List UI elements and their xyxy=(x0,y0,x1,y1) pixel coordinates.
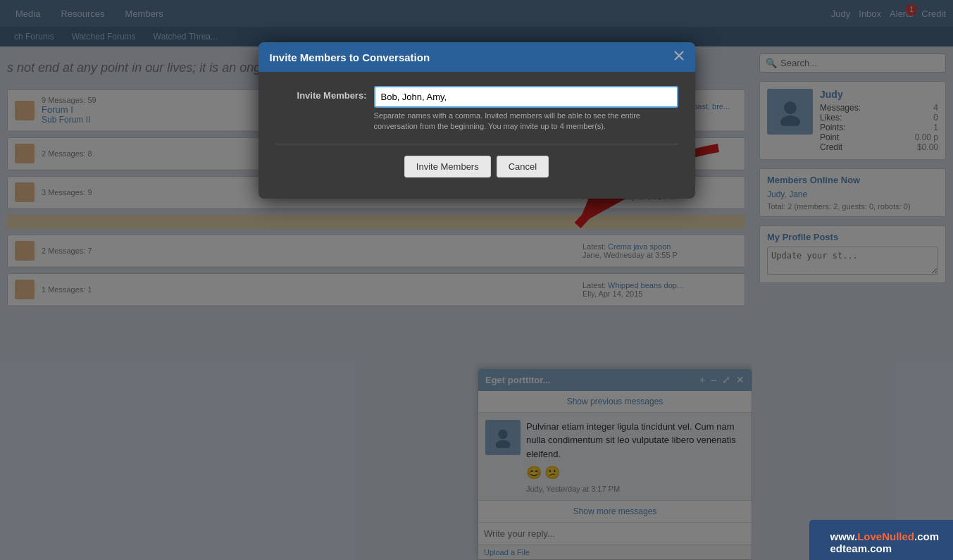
invite-control-wrap: Separate names with a comma. Invited mem… xyxy=(374,86,678,132)
modal-footer: Invite Members Cancel xyxy=(275,156,678,185)
watermark: www.LoveNulled.com edteam.com xyxy=(809,520,954,560)
invite-members-row: Invite Members: Separate names with a co… xyxy=(275,86,678,132)
watermark-line1: www.LoveNulled.com xyxy=(830,530,940,542)
invite-hint: Separate names with a comma. Invited mem… xyxy=(374,111,678,132)
modal-overlay: Invite Members to Conversation Invite Me… xyxy=(0,0,953,560)
modal-header: Invite Members to Conversation xyxy=(259,42,695,72)
modal-body: Invite Members: Separate names with a co… xyxy=(259,72,695,199)
invite-label: Invite Members: xyxy=(275,86,367,101)
modal-divider xyxy=(275,144,678,144)
modal-title: Invite Members to Conversation xyxy=(270,51,430,63)
cancel-button[interactable]: Cancel xyxy=(497,156,549,178)
watermark-line2: edteam.com xyxy=(830,542,940,554)
invite-input[interactable] xyxy=(374,86,678,108)
invite-modal: Invite Members to Conversation Invite Me… xyxy=(259,42,695,199)
modal-close-button[interactable] xyxy=(674,51,684,63)
watermark-highlight: LoveNulled xyxy=(857,530,914,542)
invite-members-button[interactable]: Invite Members xyxy=(404,156,491,178)
